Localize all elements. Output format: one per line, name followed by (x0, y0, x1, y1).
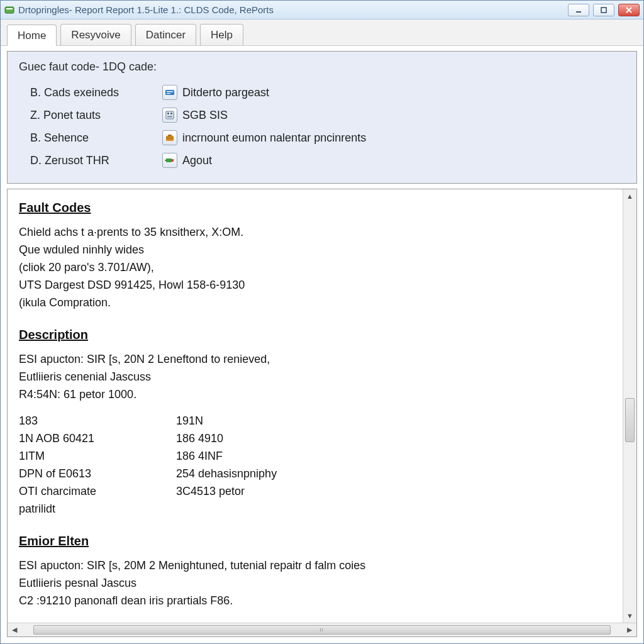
table-row: OTI charcimate3C4513 petor (19, 483, 611, 501)
svg-rect-1 (6, 8, 13, 9)
table-row: 183191N (19, 413, 611, 430)
svg-rect-7 (166, 111, 174, 119)
action-row: D. Zerusot THR Agout (19, 149, 625, 172)
svg-rect-14 (166, 158, 172, 162)
maximize-button[interactable] (593, 4, 614, 16)
report-line: UTS Dargest DSD 991425, Howl 158-6-9130 (19, 277, 611, 294)
svg-rect-6 (167, 93, 170, 94)
table-row: patrilidt (19, 501, 611, 518)
report-line: Eutliieris cenenial Jascuss (19, 369, 611, 386)
svg-rect-15 (172, 159, 174, 162)
svg-rect-10 (167, 116, 172, 118)
app-icon (4, 5, 14, 15)
actions-panel: Guec faut code- 1DQ cade: B. Cads exeine… (7, 51, 637, 184)
report-line: C2 :91210 panonafl dean iris prartials F… (19, 592, 611, 610)
tab-resyvoive[interactable]: Resyvoive (60, 24, 131, 45)
svg-rect-16 (165, 160, 167, 161)
table-row: 1N AOB 60421186 4910 (19, 430, 611, 448)
close-button[interactable] (618, 4, 640, 16)
report-line: Eutliieris pesnal Jascus (19, 575, 611, 592)
tab-home[interactable]: Home (7, 25, 57, 46)
actions-legend: Guec faut code- 1DQ cade: (19, 60, 625, 74)
report-line: Que wduled ninhly wides (19, 242, 611, 259)
svg-rect-5 (167, 91, 173, 92)
action-row: B. Sehence incrnount eumon nalentar pnci… (19, 126, 625, 149)
svg-rect-0 (5, 7, 14, 13)
scroll-up-icon[interactable]: ▲ (623, 189, 636, 203)
svg-rect-8 (167, 113, 169, 114)
action-link[interactable]: SGB SIS (182, 109, 228, 122)
tab-bar: Home Resyvoive Datincer Help (1, 19, 643, 46)
scroll-thumb[interactable] (33, 625, 611, 635)
panels: Guec faut code- 1DQ cade: B. Cads exeine… (1, 46, 643, 643)
window-buttons (568, 4, 640, 16)
action-left-label: B. Cads exeineds (19, 86, 157, 99)
scroll-track[interactable] (21, 623, 623, 636)
svg-rect-2 (576, 11, 581, 13)
report-line: ESI apucton: SIR [s, 20M 2 Menightuned, … (19, 557, 611, 575)
action-left-label: D. Zerusot THR (19, 154, 157, 167)
svg-rect-3 (601, 8, 606, 13)
scroll-track[interactable] (623, 203, 636, 609)
report-line: Chield achs t a·prents to 35 knsitherx, … (19, 224, 611, 242)
report-line: ESI apucton: SIR [s, 20N 2 Leneftond to … (19, 351, 611, 369)
scroll-thumb[interactable] (625, 398, 635, 442)
action-link[interactable]: incrnount eumon nalentar pncinrents (182, 131, 366, 145)
scroll-right-icon[interactable]: ▶ (623, 623, 636, 637)
report-line: R4:54N: 61 petor 1000. (19, 386, 611, 404)
minimize-button[interactable] (568, 4, 589, 16)
svg-rect-12 (168, 135, 172, 136)
table-row: 1ITM186 4INF (19, 448, 611, 465)
section-heading-emior: Emior Elten (19, 531, 611, 551)
action-row: B. Cads exeineds Ditderto pargeast (19, 81, 625, 104)
section-heading-description: Description (19, 325, 611, 345)
svg-rect-13 (166, 138, 174, 138)
svg-rect-9 (170, 113, 172, 114)
action-row: Z. Ponet tauts SGB SIS (19, 104, 625, 126)
report-line: (cliok 20 paro's 3.701/AW), (19, 259, 611, 277)
report-panel: Fault Codes Chield achs t a·prents to 35… (7, 189, 637, 637)
report-line: (ikula Compration. (19, 294, 611, 312)
window-title: Drtopringles- Report Report 1.5-Lite 1.:… (18, 4, 564, 15)
engine-icon[interactable] (162, 153, 177, 168)
svg-rect-4 (165, 90, 174, 95)
horizontal-scrollbar[interactable]: ◀ ▶ (8, 623, 636, 636)
action-link[interactable]: Ditderto pargeast (182, 86, 269, 99)
action-left-label: Z. Ponet tauts (19, 109, 157, 122)
section-heading-fault-codes: Fault Codes (19, 198, 611, 218)
tab-datincer[interactable]: Datincer (135, 24, 196, 45)
action-left-label: B. Sehence (19, 131, 157, 145)
scroll-down-icon[interactable]: ▼ (623, 609, 636, 623)
case-icon[interactable] (162, 130, 177, 145)
scroll-left-icon[interactable]: ◀ (8, 623, 21, 637)
tab-help[interactable]: Help (200, 24, 243, 45)
module-icon[interactable] (162, 108, 177, 123)
vertical-scrollbar[interactable]: ▲ ▼ (623, 189, 636, 623)
report-body: Fault Codes Chield achs t a·prents to 35… (8, 189, 623, 623)
drive-icon[interactable] (162, 85, 177, 100)
app-window: Drtopringles- Report Report 1.5-Lite 1.:… (0, 0, 644, 644)
action-link[interactable]: Agout (182, 154, 212, 167)
table-row: DPN of E0613254 dehasisnpniphy (19, 465, 611, 483)
titlebar: Drtopringles- Report Report 1.5-Lite 1.:… (1, 1, 643, 19)
